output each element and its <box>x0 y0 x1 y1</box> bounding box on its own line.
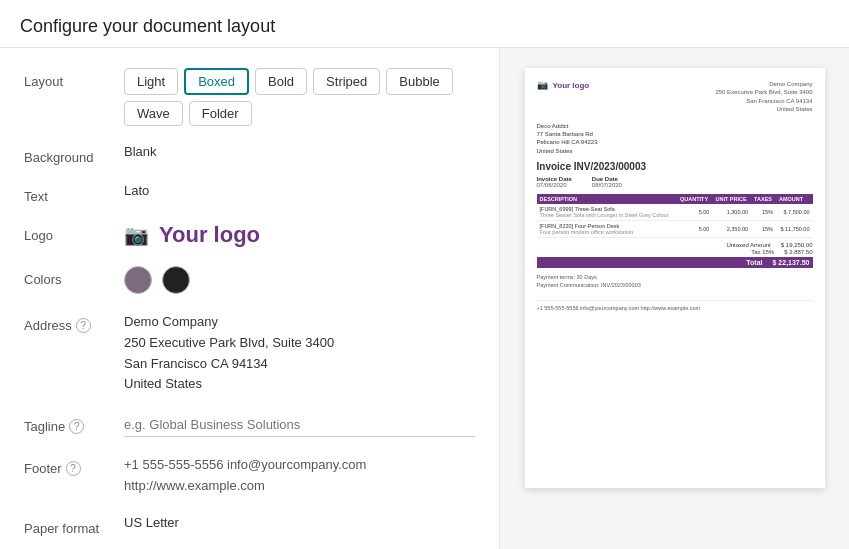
background-label: Background <box>24 144 124 165</box>
inv-tax-label: Tax 15% <box>751 249 774 255</box>
tagline-content <box>124 413 475 437</box>
inv-tax-amount: $ 2,887.50 <box>784 249 812 255</box>
color-swatch-dark[interactable] <box>162 266 190 294</box>
page-header: Configure your document layout <box>0 0 849 48</box>
layout-button-group: Light Boxed Bold Striped Bubble Wave Fol… <box>124 68 475 126</box>
inv-client: Deco Addict 77 Santa Barbara Rd Pelicano… <box>537 122 813 156</box>
inv-col-amount: AMOUNT <box>776 194 813 204</box>
color-swatch-purple[interactable] <box>124 266 152 294</box>
inv-row1-unit: 1,300.00 <box>712 204 751 221</box>
inv-due-date: 08/07/2020 <box>592 182 622 188</box>
address-help-icon[interactable]: ? <box>76 318 91 333</box>
inv-row2-taxes: 15% <box>751 221 776 238</box>
inv-invoice-date: 07/08/2020 <box>537 182 572 188</box>
colors-row: Colors <box>24 266 475 294</box>
page-container: Configure your document layout Layout Li… <box>0 0 849 549</box>
inv-footer: +1 555-555-5556 info@yourcompany.com htt… <box>537 300 813 311</box>
inv-col-unit-price: UNIT PRICE <box>712 194 751 204</box>
layout-buttons-container: Light Boxed Bold Striped Bubble Wave Fol… <box>124 68 475 126</box>
text-label: Text <box>24 183 124 204</box>
address-line2: 250 Executive Park Blvd, Suite 3400 <box>124 333 475 354</box>
footer-content: +1 555-555-5556 info@yourcompany.com htt… <box>124 455 475 497</box>
address-row: Address ? Demo Company 250 Executive Par… <box>24 312 475 395</box>
inv-row2-amount: $ 11,750.00 <box>776 221 813 238</box>
logo-area: 📷 Your logo <box>124 222 475 248</box>
inv-untaxed-amount: $ 19,250.00 <box>781 242 813 248</box>
background-value: Blank <box>124 144 475 159</box>
inv-company: Demo Company 250 Executive Park Blvd, Su… <box>715 80 812 114</box>
inv-row2-qty: 5.00 <box>677 221 712 238</box>
paper-format-row: Paper format US Letter <box>24 515 475 536</box>
footer-help-icon[interactable]: ? <box>66 461 81 476</box>
left-panel: Layout Light Boxed Bold Striped Bubble W… <box>0 48 500 549</box>
inv-title: Invoice INV/2023/00003 <box>537 161 813 172</box>
footer-line1: +1 555-555-5556 info@yourcompany.com <box>124 455 475 476</box>
paper-format-content: US Letter <box>124 515 475 530</box>
inv-due-date-group: Due Date 08/07/2020 <box>592 176 622 188</box>
background-text: Blank <box>124 144 157 159</box>
text-row: Text Lato <box>24 183 475 204</box>
layout-btn-light[interactable]: Light <box>124 68 178 95</box>
inv-total-amount: $ 22,137.50 <box>773 259 810 266</box>
footer-label: Footer ? <box>24 455 124 476</box>
main-content: Layout Light Boxed Bold Striped Bubble W… <box>0 48 849 549</box>
layout-btn-bubble[interactable]: Bubble <box>386 68 452 95</box>
inv-payment: Payment Communication: INV/2023/00003 <box>537 282 813 288</box>
inv-camera-icon: 📷 <box>537 80 548 90</box>
inv-company-addr1: 250 Executive Park Blvd, Suite 3400 <box>715 88 812 96</box>
inv-row1-qty: 5.00 <box>677 204 712 221</box>
inv-client-addr2: Pelicano Hill CA 94223 <box>537 138 813 146</box>
inv-table-row: [FURN_8220] Four-Person Desk Four person… <box>537 221 813 238</box>
footer-line2: http://www.example.com <box>124 476 475 497</box>
colors-content <box>124 266 475 294</box>
text-value: Lato <box>124 183 475 198</box>
inv-total-label: Total <box>746 259 762 266</box>
inv-col-quantity: QUANTITY <box>677 194 712 204</box>
layout-btn-folder[interactable]: Folder <box>189 101 252 126</box>
inv-row1-desc: [FURN_6999] Three-Seat Sofa Three Seater… <box>537 204 677 221</box>
inv-client-addr1: 77 Santa Barbara Rd <box>537 130 813 138</box>
right-panel: 📷 Your logo Demo Company 250 Executive P… <box>500 48 849 549</box>
inv-table-row: [FURN_6999] Three-Seat Sofa Three Seater… <box>537 204 813 221</box>
layout-btn-boxed[interactable]: Boxed <box>184 68 249 95</box>
inv-terms: Payment terms: 30 Days <box>537 274 813 280</box>
inv-table: DESCRIPTION QUANTITY UNIT PRICE TAXES AM… <box>537 194 813 238</box>
inv-company-country: United States <box>715 105 812 113</box>
inv-col-description: DESCRIPTION <box>537 194 677 204</box>
inv-dates: Invoice Date 07/08/2020 Due Date 08/07/2… <box>537 176 813 188</box>
layout-label: Layout <box>24 68 124 89</box>
inv-header: 📷 Your logo Demo Company 250 Executive P… <box>537 80 813 114</box>
inv-client-name: Deco Addict <box>537 122 813 130</box>
logo-label: Logo <box>24 222 124 243</box>
inv-summary: Untaxed Amount $ 19,250.00 Tax 15% $ 2,8… <box>537 242 813 268</box>
invoice-preview: 📷 Your logo Demo Company 250 Executive P… <box>525 68 825 488</box>
inv-total-row: Total $ 22,137.50 <box>537 257 813 268</box>
inv-client-country: United States <box>537 147 813 155</box>
layout-btn-striped[interactable]: Striped <box>313 68 380 95</box>
address-line1: Demo Company <box>124 312 475 333</box>
inv-untaxed-row: Untaxed Amount $ 19,250.00 <box>537 242 813 248</box>
inv-untaxed-label: Untaxed Amount <box>726 242 770 248</box>
color-swatches <box>124 266 475 294</box>
address-content: Demo Company 250 Executive Park Blvd, Su… <box>124 312 475 395</box>
inv-company-name: Demo Company <box>715 80 812 88</box>
address-text: Demo Company 250 Executive Park Blvd, Su… <box>124 312 475 395</box>
inv-col-taxes: TAXES <box>751 194 776 204</box>
footer-row: Footer ? +1 555-555-5556 info@yourcompan… <box>24 455 475 497</box>
colors-label: Colors <box>24 266 124 287</box>
text-font: Lato <box>124 183 149 198</box>
inv-company-addr2: San Francisco CA 94134 <box>715 97 812 105</box>
camera-icon: 📷 <box>124 223 149 247</box>
tagline-help-icon[interactable]: ? <box>69 419 84 434</box>
tagline-input[interactable] <box>124 413 475 437</box>
logo-row: Logo 📷 Your logo <box>24 222 475 248</box>
paper-format-label: Paper format <box>24 515 124 536</box>
layout-btn-bold[interactable]: Bold <box>255 68 307 95</box>
background-row: Background Blank <box>24 144 475 165</box>
logo-display[interactable]: 📷 Your logo <box>124 222 475 248</box>
footer-text: +1 555-555-5556 info@yourcompany.com htt… <box>124 455 475 497</box>
layout-btn-wave[interactable]: Wave <box>124 101 183 126</box>
tagline-label: Tagline ? <box>24 413 124 434</box>
inv-invoice-date-group: Invoice Date 07/08/2020 <box>537 176 572 188</box>
address-label: Address ? <box>24 312 124 333</box>
